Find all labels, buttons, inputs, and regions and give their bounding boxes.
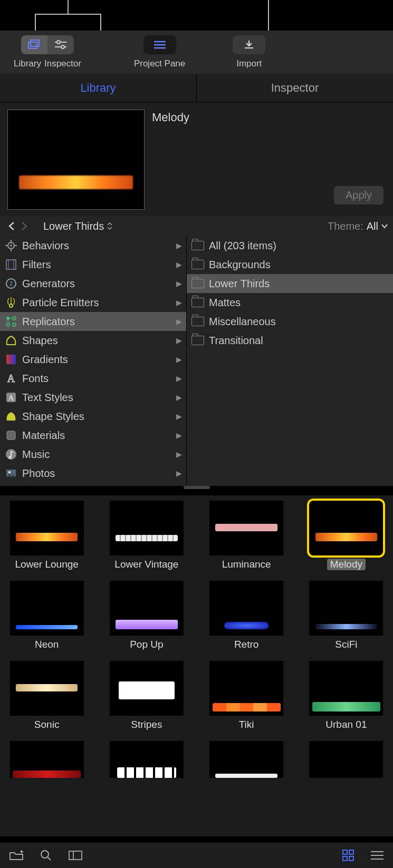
grid-item[interactable]: Sonic [7, 661, 86, 730]
category-row[interactable]: Replicators▶ [0, 312, 186, 331]
svg-point-37 [41, 851, 49, 858]
category-row[interactable]: Behaviors▶ [0, 236, 186, 255]
category-row[interactable]: Music▶ [0, 445, 186, 464]
svg-rect-42 [349, 850, 353, 854]
grid-item[interactable]: SciFi [307, 581, 386, 650]
category-row[interactable]: AFonts▶ [0, 369, 186, 388]
grid-item[interactable] [7, 741, 86, 778]
grid-item[interactable]: Urban 01 [307, 661, 386, 730]
grid-item[interactable]: Stripes [107, 661, 186, 730]
grid-item[interactable] [107, 741, 186, 778]
nav-back[interactable] [5, 222, 18, 230]
svg-text:2: 2 [9, 280, 13, 287]
subcategory-row[interactable]: Transitional [187, 331, 393, 350]
shape-icon [4, 334, 18, 347]
tab-inspector[interactable]: Inspector [197, 74, 393, 102]
grid-item[interactable]: Pop Up [107, 581, 186, 650]
path-bar: Lower Thirds Theme: All [0, 216, 393, 236]
disclosure-arrow-icon: ▶ [176, 469, 182, 477]
category-row[interactable]: Filters▶ [0, 255, 186, 274]
category-row[interactable]: Shape Styles▶ [0, 407, 186, 426]
apply-button[interactable]: Apply [334, 186, 384, 204]
disclosure-arrow-icon: ▶ [176, 241, 182, 250]
content-grid[interactable]: Lower LoungeLower VintageLuminanceMelody… [0, 495, 393, 836]
category-row[interactable]: Particle Emitters▶ [0, 293, 186, 312]
grid-item-label: Pop Up [130, 639, 163, 650]
view-grid-button[interactable] [342, 850, 354, 861]
inspector-toggle[interactable] [47, 35, 74, 54]
view-list-button[interactable] [371, 851, 384, 860]
svg-point-24 [13, 323, 16, 326]
project-pane-button[interactable] [143, 35, 176, 54]
grid-item-label: Lower Vintage [114, 559, 178, 570]
category-label: Filters [22, 259, 51, 271]
search-button[interactable] [40, 850, 52, 861]
folder-icon [191, 277, 205, 290]
grid-item[interactable]: Lower Lounge [7, 501, 86, 570]
split-drag-handle[interactable] [184, 486, 210, 489]
disclosure-arrow-icon: ▶ [176, 298, 182, 307]
grid-item[interactable]: Retro [207, 581, 286, 650]
library-icon [28, 40, 41, 50]
grid-thumbnail [209, 741, 283, 778]
sidebar-icon [69, 851, 82, 860]
category-row[interactable]: Photos▶ [0, 464, 186, 483]
grid-thumbnail [10, 501, 84, 555]
category-label: Particle Emitters [22, 297, 99, 309]
chevron-down-icon [381, 223, 388, 229]
svg-point-23 [6, 323, 9, 326]
category-row[interactable]: Materials▶ [0, 426, 186, 445]
grid-item[interactable] [207, 741, 286, 778]
svg-point-21 [6, 317, 9, 320]
subcategory-column[interactable]: All (203 items)BackgroundsLower ThirdsMa… [187, 236, 393, 486]
disclosure-arrow-icon: ▶ [176, 450, 182, 459]
subcategory-row[interactable]: Miscellaneous [187, 312, 393, 331]
emitter-icon [4, 296, 18, 309]
category-row[interactable]: Content▶ [0, 483, 186, 486]
nav-forward[interactable] [18, 222, 31, 230]
category-row[interactable]: 2Generators▶ [0, 274, 186, 293]
grid-item[interactable]: Tiki [207, 661, 286, 730]
square-icon [4, 428, 18, 442]
category-row[interactable]: AText Styles▶ [0, 388, 186, 407]
inspector-label: Inspector [44, 58, 81, 69]
grid-item[interactable]: Lower Vintage [107, 501, 186, 570]
subcategory-label: Transitional [209, 335, 263, 347]
svg-rect-39 [69, 851, 82, 860]
category-label: Shape Styles [22, 411, 84, 423]
svg-rect-15 [6, 260, 16, 269]
theme-value[interactable]: All [367, 220, 378, 232]
svg-point-5 [61, 45, 64, 48]
grid-item-label: Luminance [222, 559, 271, 570]
subcategory-row[interactable]: Mattes [187, 293, 393, 312]
library-toggle[interactable] [21, 35, 47, 54]
category-label: Fonts [22, 373, 49, 385]
photo-icon [4, 466, 18, 480]
subcategory-row[interactable]: Backgrounds [187, 255, 393, 274]
category-label: Music [22, 448, 50, 461]
path-popup[interactable]: Lower Thirds [43, 220, 112, 232]
grid-thumbnail [10, 581, 84, 636]
sidebar-toggle-button[interactable] [69, 851, 82, 860]
tab-library[interactable]: Library [0, 74, 196, 102]
grid-item[interactable]: Melody [307, 501, 386, 570]
category-column[interactable]: Behaviors▶Filters▶2Generators▶Particle E… [0, 236, 187, 486]
import-label: Import [236, 58, 262, 69]
disclosure-arrow-icon: ▶ [176, 336, 182, 345]
category-row[interactable]: Gradients▶ [0, 350, 186, 369]
grid-item[interactable]: Neon [7, 581, 86, 650]
grid-item-label: Tiki [239, 719, 254, 730]
grid-item[interactable]: Luminance [207, 501, 286, 570]
import-button[interactable] [233, 35, 265, 54]
preview-thumbnail[interactable] [7, 110, 145, 210]
folder-icon [191, 239, 205, 252]
subcategory-row[interactable]: All (203 items) [187, 236, 393, 255]
grid-thumbnail [110, 501, 184, 555]
category-label: Replicators [22, 316, 75, 328]
category-row[interactable]: Shapes▶ [0, 331, 186, 350]
subcategory-row[interactable]: Lower Thirds [187, 274, 393, 293]
svg-text:A: A [7, 373, 15, 384]
grid-item[interactable] [307, 741, 386, 778]
list-icon [153, 40, 167, 50]
new-folder-button[interactable] [9, 850, 23, 861]
